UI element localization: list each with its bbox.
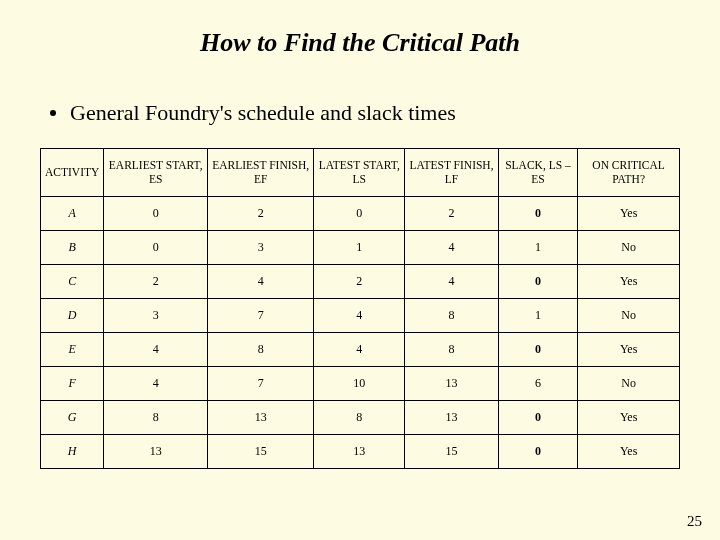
cell-lf: 8: [405, 298, 498, 332]
col-lf: LATEST FINISH, LF: [405, 149, 498, 197]
col-ef: EARLIEST FINISH, EF: [208, 149, 314, 197]
cell-act: F: [41, 366, 104, 400]
cell-ef: 2: [208, 196, 314, 230]
col-activity: ACTIVITY: [41, 149, 104, 197]
bullet-item: General Foundry's schedule and slack tim…: [40, 100, 680, 126]
page-number: 25: [687, 513, 702, 530]
cell-ls: 10: [314, 366, 405, 400]
cell-act: G: [41, 400, 104, 434]
cell-ls: 4: [314, 332, 405, 366]
cell-ef: 7: [208, 366, 314, 400]
cell-slack: 0: [498, 332, 578, 366]
cell-ls: 13: [314, 434, 405, 468]
cell-slack: 0: [498, 400, 578, 434]
col-es: EARLIEST START, ES: [104, 149, 208, 197]
cell-ls: 0: [314, 196, 405, 230]
col-slack: SLACK, LS – ES: [498, 149, 578, 197]
cell-es: 4: [104, 366, 208, 400]
table-row: B03141No: [41, 230, 680, 264]
cell-es: 8: [104, 400, 208, 434]
table-row: G8138130Yes: [41, 400, 680, 434]
cell-lf: 13: [405, 400, 498, 434]
table-header-row: ACTIVITY EARLIEST START, ES EARLIEST FIN…: [41, 149, 680, 197]
cell-oncp: Yes: [578, 196, 680, 230]
cell-lf: 8: [405, 332, 498, 366]
cell-ef: 7: [208, 298, 314, 332]
cell-ls: 8: [314, 400, 405, 434]
cell-ef: 15: [208, 434, 314, 468]
table-row: D37481No: [41, 298, 680, 332]
bullet-icon: [50, 110, 56, 116]
cell-act: B: [41, 230, 104, 264]
cell-act: A: [41, 196, 104, 230]
cell-oncp: Yes: [578, 264, 680, 298]
cell-lf: 13: [405, 366, 498, 400]
cell-slack: 0: [498, 196, 578, 230]
cell-oncp: Yes: [578, 434, 680, 468]
cell-es: 0: [104, 230, 208, 264]
table-row: E48480Yes: [41, 332, 680, 366]
cell-lf: 2: [405, 196, 498, 230]
cell-slack: 1: [498, 230, 578, 264]
schedule-table: ACTIVITY EARLIEST START, ES EARLIEST FIN…: [40, 148, 680, 469]
cell-act: D: [41, 298, 104, 332]
cell-oncp: Yes: [578, 332, 680, 366]
table-row: F4710136No: [41, 366, 680, 400]
table-row: H131513150Yes: [41, 434, 680, 468]
slide: How to Find the Critical Path General Fo…: [0, 0, 720, 469]
cell-slack: 0: [498, 434, 578, 468]
cell-es: 2: [104, 264, 208, 298]
cell-lf: 4: [405, 264, 498, 298]
col-oncp: ON CRITICAL PATH?: [578, 149, 680, 197]
cell-oncp: No: [578, 230, 680, 264]
table-row: A02020Yes: [41, 196, 680, 230]
table-row: C24240Yes: [41, 264, 680, 298]
cell-ef: 8: [208, 332, 314, 366]
cell-es: 4: [104, 332, 208, 366]
cell-lf: 15: [405, 434, 498, 468]
slide-title: How to Find the Critical Path: [40, 28, 680, 58]
cell-es: 0: [104, 196, 208, 230]
cell-lf: 4: [405, 230, 498, 264]
cell-oncp: No: [578, 366, 680, 400]
cell-slack: 0: [498, 264, 578, 298]
cell-ls: 1: [314, 230, 405, 264]
cell-ef: 3: [208, 230, 314, 264]
cell-slack: 1: [498, 298, 578, 332]
cell-ef: 13: [208, 400, 314, 434]
cell-es: 13: [104, 434, 208, 468]
cell-slack: 6: [498, 366, 578, 400]
col-ls: LATEST START, LS: [314, 149, 405, 197]
cell-ef: 4: [208, 264, 314, 298]
cell-es: 3: [104, 298, 208, 332]
cell-oncp: No: [578, 298, 680, 332]
cell-ls: 2: [314, 264, 405, 298]
bullet-text: General Foundry's schedule and slack tim…: [70, 100, 456, 126]
cell-act: E: [41, 332, 104, 366]
cell-ls: 4: [314, 298, 405, 332]
cell-act: H: [41, 434, 104, 468]
cell-oncp: Yes: [578, 400, 680, 434]
cell-act: C: [41, 264, 104, 298]
